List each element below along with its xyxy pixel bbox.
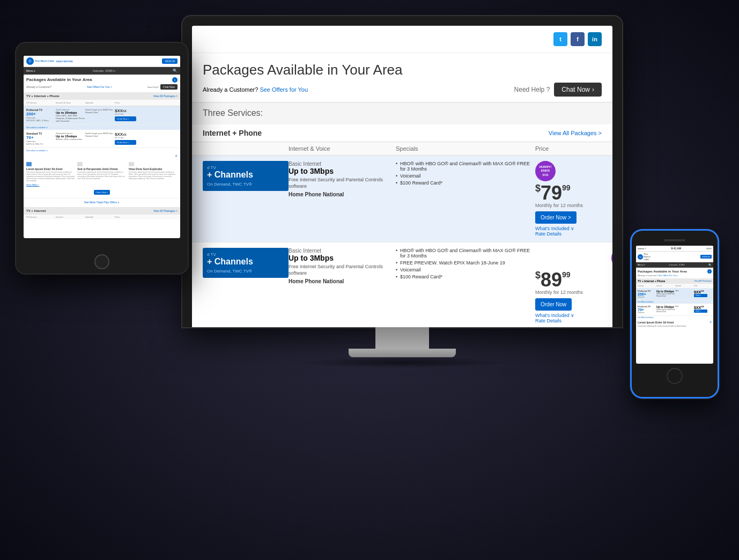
- phone-frame: ●●●●● T 9:41 AM 100% ⊙ TimeWarnerCable S…: [632, 231, 718, 397]
- desktop-site: t f in Packages Available in Your Area A…: [192, 26, 612, 327]
- tab-pkg-row-2: Standard TV 70+ Channels HDTV & TWC TV S…: [24, 130, 180, 148]
- tab-logo-circle: ⊙: [26, 57, 34, 65]
- tab-faq-order-btn[interactable]: Order Now >: [94, 190, 110, 195]
- monitor-shadow: [295, 357, 509, 368]
- desktop-subheader: Already a Customer? See Offers for You N…: [203, 83, 602, 97]
- tab-logo-text: Time Warner Cable: [35, 60, 54, 62]
- monitor-screen: t f in Packages Available in Your Area A…: [192, 26, 612, 327]
- package-tab-label: Internet + Phone: [203, 129, 262, 137]
- pkg2-order-btn[interactable]: Order Now: [535, 298, 572, 311]
- faq-icon-1: [26, 162, 32, 166]
- tablet-home-button[interactable]: [94, 254, 109, 269]
- tab-info-icon: i: [172, 77, 178, 83]
- chat-now-button[interactable]: Chat Now ›: [554, 83, 602, 97]
- faq-item-1: Lorem Ipsum Dolor Sit Amet Consectetur a…: [26, 162, 75, 186]
- faq-icon-3: [129, 162, 134, 166]
- tablet: ⊙ Time Warner Cable ENJOY BETTER SIGN IN…: [16, 43, 188, 274]
- faq-item-3: Vitae Dicta Sunt Explicabo Consectetur a…: [129, 162, 178, 186]
- ph-page-title: Packages Available in Your Area: [638, 270, 687, 273]
- tab-location: Colorado, 15389 ⊙: [93, 69, 115, 72]
- ph-close-icon[interactable]: ×: [710, 320, 712, 324]
- col-internet-voice: Internet & Voice: [289, 145, 396, 152]
- pkg2-specials-col: HBO® with HBO GO® and Cinemax® with MAX …: [396, 248, 535, 281]
- phone: ●●●●● T 9:41 AM 100% ⊙ TimeWarnerCable S…: [632, 231, 718, 397]
- ph-see-offers[interactable]: See Offers For You >: [659, 274, 678, 277]
- help-section: Need Help ? Chat Now ›: [514, 83, 602, 97]
- tab-faq-section: Lorem Ipsum Dolor Sit Amet Consectetur a…: [24, 159, 180, 198]
- pkg1-internet-col: Basic Internet Up to 3Mbps Free Internet…: [289, 161, 396, 197]
- tab-pkg1-order[interactable]: Order Now >: [115, 116, 136, 121]
- pkg1-rate-details[interactable]: Rate Details: [535, 231, 612, 237]
- tab-sign-in-btn[interactable]: SIGN IN: [162, 58, 178, 64]
- tab-menu[interactable]: Menu ≡: [26, 69, 35, 72]
- tab-tv-internet: TV + Internet View All Packages >: [24, 207, 180, 215]
- facebook-icon[interactable]: f: [571, 32, 585, 46]
- tab-see-offers-link[interactable]: See Offers For You >: [87, 85, 112, 89]
- tab-tv-header: TV + Internet View All Packages >: [26, 209, 178, 212]
- tablet-site: ⊙ Time Warner Cable ENJOY BETTER SIGN IN…: [24, 56, 180, 238]
- ph-logo: ⊙ TimeWarnerCable: [638, 253, 651, 261]
- desktop-site-header: t f in: [192, 26, 612, 53]
- package-row-2: d TV + Channels On Demand, TWC TV® Basic…: [192, 242, 612, 327]
- phone-home-button[interactable]: [667, 368, 683, 384]
- twitter-icon[interactable]: t: [553, 32, 567, 46]
- close-icon[interactable]: ×: [175, 153, 178, 158]
- ph-logo-bar: ⊙ TimeWarnerCable SIGN IN: [636, 252, 713, 262]
- tab-topbar: ⊙ Time Warner Cable ENJOY BETTER SIGN IN: [24, 56, 180, 67]
- phone-site: ●●●●● T 9:41 AM 100% ⊙ TimeWarnerCable S…: [636, 246, 713, 364]
- phone-screen: ●●●●● T 9:41 AM 100% ⊙ TimeWarnerCable S…: [636, 246, 713, 364]
- ph-section: TV + Internet + Phone View All Packages: [636, 278, 713, 284]
- ph-search-icon[interactable]: 🔍: [708, 263, 712, 267]
- ph-page-header: Packages Available in Your Area i Alread…: [636, 268, 713, 278]
- ph-nav: Menu ≡ Colorado, 15389 🔍: [636, 262, 713, 268]
- linkedin-icon[interactable]: in: [588, 32, 602, 46]
- tab-logo: ⊙ Time Warner Cable ENJOY BETTER: [26, 57, 73, 65]
- pkg2-rate-details[interactable]: Rate Details: [535, 318, 612, 323]
- tab-section-header: TV + Internet + Phone View All Packages …: [26, 94, 178, 98]
- pkg1-whats-included[interactable]: What's Included ∨: [535, 226, 612, 231]
- desktop-section-bg: Three Services:: [192, 103, 612, 124]
- packages-table-header: Internet & Voice Specials Price: [192, 142, 612, 156]
- ph-topbar: ●●●●● T 9:41 AM 100%: [636, 246, 713, 252]
- pkg1-tv-col: d TV + Channels On Demand, TWC TV®: [203, 161, 289, 191]
- ph-menu[interactable]: Menu ≡: [638, 263, 645, 267]
- col-price: Price: [535, 145, 612, 152]
- pkg2-specials-list: HBO® with HBO GO® and Cinemax® with MAX …: [396, 248, 535, 279]
- tab-nav: Menu ≡ Colorado, 15389 ⊙ 🔍: [24, 67, 180, 75]
- ph-pkg2-order[interactable]: Order >: [694, 310, 707, 313]
- ph-lorem-section: × Lorem Ipsum Dolor Sit Amet Consectetur…: [636, 319, 713, 329]
- ph-info-icon: i: [707, 269, 712, 274]
- ph-signin-btn[interactable]: SIGN IN: [700, 255, 712, 259]
- faq-item-2: Sed ut Perspiciatis Unde Omnis Consectet…: [77, 162, 126, 186]
- tablet-frame: ⊙ Time Warner Cable ENJOY BETTER SIGN IN…: [16, 43, 188, 274]
- tab-already: Already a Customer? See Offers For You >…: [26, 84, 178, 90]
- view-all-link[interactable]: View All Packages >: [549, 130, 602, 136]
- tab-page-header: Packages Available in Your Area i Alread…: [24, 75, 180, 92]
- ph-pkg1-order[interactable]: Order >: [694, 294, 707, 297]
- pkg1-specials-col: HBO® with HBO GO® and Cinemax® with MAX …: [396, 161, 535, 187]
- monitor: t f in Packages Available in Your Area A…: [182, 16, 622, 381]
- more-offers-link[interactable]: See More Triple Play Offers ∨: [84, 201, 120, 204]
- hurry-badge-1: HURRY!ENDS3/31: [535, 161, 556, 181]
- read-faqs-link[interactable]: Read FAQs >: [26, 183, 75, 186]
- see-offers-link[interactable]: See Offers for You: [260, 86, 308, 93]
- ph-row-2: Preferred TV 70+ Channels Up to 15mbps S…: [636, 304, 713, 316]
- package-row-1: d TV + Channels On Demand, TWC TV® Basic…: [192, 156, 612, 242]
- monitor-frame: t f in Packages Available in Your Area A…: [182, 16, 622, 327]
- desktop-main-header: Packages Available in Your Area Already …: [192, 53, 612, 103]
- pkg1-order-btn[interactable]: Order Now >: [535, 211, 577, 224]
- pkg1-price-col: HURRY!ENDS3/31 $ 79 99 Monthly for 12 mo…: [535, 161, 612, 237]
- col-specials: Specials: [396, 145, 535, 152]
- tab-pkg2-order[interactable]: Order Now >: [115, 140, 136, 145]
- pkg1-specials-list: HBO® with HBO GO® and Cinemax® with MAX …: [396, 161, 535, 186]
- desktop-page-title: Packages Available in Your Area: [203, 62, 602, 78]
- three-services-title: Three Services:: [203, 108, 602, 118]
- ph-logo-circle: ⊙: [638, 254, 643, 260]
- need-help-label: Need Help ?: [514, 86, 550, 93]
- pkg2-tv-col: d TV + Channels On Demand, TWC TV®: [203, 248, 289, 278]
- faq-icon-2: [77, 162, 83, 166]
- tab-view-all-link[interactable]: View All Packages >: [153, 94, 178, 98]
- pkg2-whats-included[interactable]: What's Included ∨: [535, 313, 612, 318]
- tab-chat-now-btn[interactable]: Chat Now: [160, 84, 178, 90]
- search-icon[interactable]: 🔍: [173, 69, 178, 73]
